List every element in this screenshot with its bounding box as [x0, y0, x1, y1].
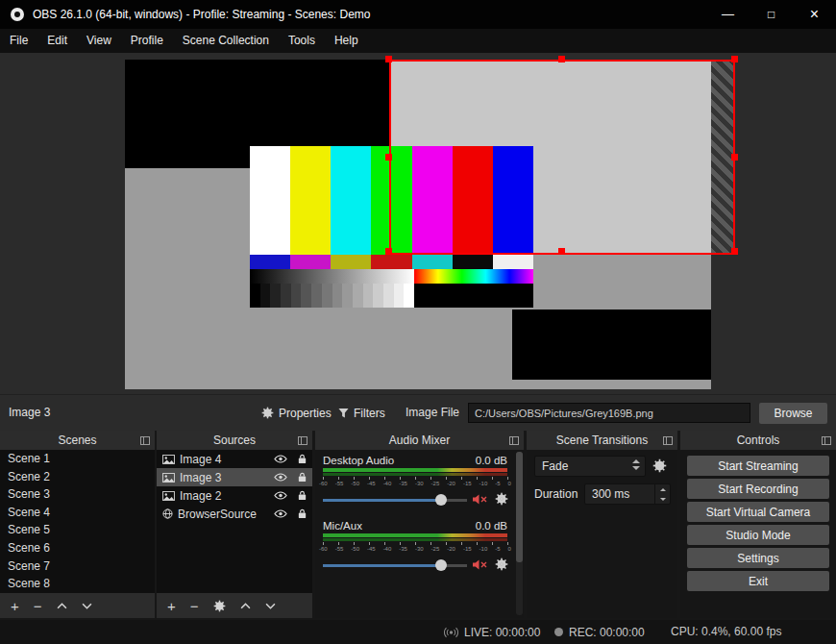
properties-button[interactable]: Properties — [261, 395, 332, 431]
studio-mode-button[interactable]: Studio Mode — [687, 525, 829, 545]
spin-down-button[interactable] — [655, 494, 670, 504]
image-file-label: Image File — [406, 395, 459, 431]
colorbars-black-block — [414, 284, 533, 308]
colorbars-graysteps — [250, 284, 414, 308]
source-name: Image 4 — [180, 453, 270, 466]
image-source-icon — [162, 473, 175, 483]
slider-handle[interactable] — [435, 494, 447, 506]
selection-handle-top-mid[interactable] — [558, 56, 565, 62]
lock-icon[interactable] — [291, 490, 312, 501]
source-properties-icon[interactable] — [213, 600, 226, 612]
image-file-input[interactable] — [468, 403, 750, 423]
add-source-button[interactable]: + — [167, 599, 176, 613]
eye-icon[interactable] — [270, 473, 291, 482]
add-scene-button[interactable]: + — [11, 599, 19, 613]
minimize-button[interactable]: — — [706, 0, 750, 29]
record-dot-icon — [554, 628, 563, 636]
scenes-dock-header[interactable]: Scenes — [0, 431, 155, 450]
remove-source-button[interactable]: − — [190, 599, 199, 613]
scene-item[interactable]: Scene 8 — [0, 575, 155, 593]
sources-dock-header[interactable]: Sources — [157, 431, 312, 450]
scene-up-button[interactable] — [57, 603, 67, 609]
selection-handle-mid-right[interactable] — [731, 154, 738, 161]
menu-tools[interactable]: Tools — [279, 29, 325, 53]
selection-handle-top-right[interactable] — [731, 56, 738, 62]
broadcast-icon — [444, 627, 458, 638]
scene-item[interactable]: Scene 1 — [0, 450, 155, 468]
scene-item[interactable]: Scene 2 — [0, 468, 155, 486]
lock-icon[interactable] — [291, 508, 312, 519]
scrollbar-thumb[interactable] — [516, 452, 523, 562]
slider-handle[interactable] — [435, 559, 447, 571]
menu-view[interactable]: View — [77, 29, 121, 53]
duration-spinbox[interactable]: 300 ms — [584, 483, 671, 505]
mute-icon[interactable] — [472, 494, 487, 505]
source-up-button[interactable] — [240, 603, 251, 609]
lock-icon[interactable] — [291, 454, 312, 464]
volume-meter — [323, 533, 507, 537]
lock-icon[interactable] — [291, 472, 312, 483]
performance-stats: CPU: 0.4%, 60.00 fps — [671, 620, 781, 644]
browse-button[interactable]: Browse — [759, 403, 827, 424]
source-row[interactable]: BrowserSource — [157, 505, 312, 523]
start-virtual-camera-button[interactable]: Start Virtual Camera — [687, 502, 829, 522]
mixer-dock-title: Audio Mixer — [389, 433, 450, 447]
scene-item[interactable]: Scene 4 — [0, 504, 155, 522]
controls-dock: Controls Start Streaming Start Recording… — [680, 431, 836, 618]
scene-item[interactable]: Scene 5 — [0, 521, 155, 539]
selection-handle-mid-left[interactable] — [385, 154, 392, 161]
spin-up-button[interactable] — [655, 484, 670, 494]
maximize-button[interactable]: □ — [750, 0, 793, 29]
scene-item[interactable]: Scene 6 — [0, 539, 155, 557]
start-streaming-button[interactable]: Start Streaming — [687, 456, 829, 476]
transitions-dock-title: Scene Transitions — [556, 433, 648, 447]
selection-handle-bottom-mid[interactable] — [558, 248, 565, 255]
eye-icon[interactable] — [270, 455, 291, 463]
source-row-selected[interactable]: Image 3 — [157, 468, 312, 486]
menu-edit[interactable]: Edit — [37, 29, 77, 53]
exit-button[interactable]: Exit — [687, 571, 829, 591]
mixer-scrollbar[interactable] — [516, 452, 523, 615]
remove-scene-button[interactable]: − — [34, 599, 42, 613]
colorbars-source[interactable] — [250, 146, 533, 308]
menu-profile[interactable]: Profile — [121, 29, 173, 53]
source-row[interactable]: Image 4 — [157, 450, 312, 468]
channel-gear-icon[interactable] — [495, 557, 508, 571]
db-scale: -60-55-50-45-40-35-30-25-20-15-10-50 — [319, 481, 511, 486]
image-source-icon — [162, 455, 175, 464]
start-recording-button[interactable]: Start Recording — [687, 479, 829, 499]
source-row[interactable]: Image 2 — [157, 486, 312, 505]
filters-button[interactable]: Filters — [338, 395, 385, 431]
source-down-button[interactable] — [265, 603, 276, 609]
eye-icon[interactable] — [270, 491, 291, 500]
selection-handle-top-left[interactable] — [385, 56, 392, 62]
menu-file[interactable]: File — [0, 29, 37, 53]
mixer-dock-header[interactable]: Audio Mixer — [315, 431, 524, 450]
transition-gear-icon[interactable] — [652, 458, 667, 473]
channel-gear-icon[interactable] — [495, 492, 508, 506]
menu-scene-collection[interactable]: Scene Collection — [173, 29, 279, 53]
meter-ticks — [323, 542, 507, 545]
selection-handle-bottom-right[interactable] — [731, 248, 738, 255]
settings-button[interactable]: Settings — [687, 548, 829, 568]
close-button[interactable]: × — [793, 0, 836, 29]
volume-slider[interactable] — [323, 558, 467, 572]
mute-icon[interactable] — [472, 559, 487, 570]
menu-help[interactable]: Help — [325, 29, 368, 53]
meter-ticks — [323, 477, 507, 480]
transitions-dock-header[interactable]: Scene Transitions — [527, 431, 677, 450]
scene-item[interactable]: Scene 3 — [0, 485, 155, 504]
scene-down-button[interactable] — [82, 603, 92, 609]
selection-handle-bottom-left[interactable] — [385, 248, 392, 255]
audio-mixer-dock: Audio Mixer Desktop Audio 0.0 dB -60-55-… — [315, 431, 524, 618]
transition-select[interactable]: Fade — [534, 456, 646, 477]
duration-value: 300 ms — [592, 484, 629, 504]
scene-item[interactable]: Scene 7 — [0, 557, 155, 576]
eye-icon[interactable] — [270, 509, 291, 518]
sources-list: Image 4 Image 3 Image 2 BrowserSource — [157, 450, 312, 593]
volume-slider[interactable] — [323, 493, 467, 507]
obs-window: OBS 26.1.0 (64-bit, windows) - Profile: … — [0, 0, 836, 644]
controls-dock-header[interactable]: Controls — [680, 431, 836, 450]
status-bar: LIVE: 00:00:00 REC: 00:00:00 CPU: 0.4%, … — [0, 620, 836, 644]
rec-time: REC: 00:00:00 — [569, 626, 645, 639]
